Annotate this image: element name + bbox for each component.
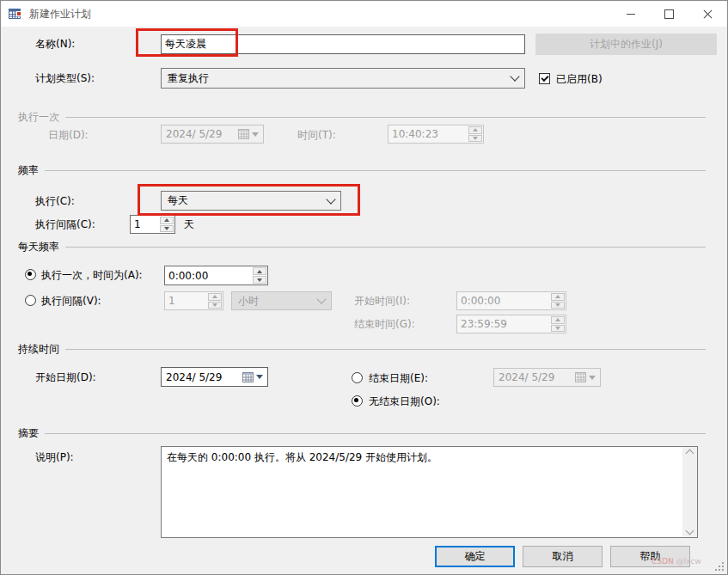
description-text: 在每天的 0:00:00 执行。将从 2024/5/29 开始使用计划。	[167, 450, 676, 464]
spin-down-icon	[257, 278, 262, 282]
enabled-label: 已启用(B)	[556, 73, 603, 85]
spin-down-icon	[555, 303, 560, 307]
occurs-once-label: 执行一次，时间为(A):	[41, 269, 143, 281]
spin-up-icon	[212, 295, 217, 298]
daily-end-time-spinner[interactable]: 23:59:59	[456, 315, 566, 333]
spinner-buttons	[550, 315, 566, 333]
group-divider	[65, 117, 706, 118]
spin-up-button[interactable]	[551, 316, 565, 324]
calendar-icon	[242, 372, 254, 382]
group-divider	[45, 433, 706, 434]
jobs-in-schedule-button[interactable]: 计划中的作业(J)	[535, 34, 717, 55]
group-divider	[65, 349, 706, 350]
spin-up-button[interactable]	[468, 126, 482, 134]
watermark-user: @lxcw	[676, 557, 701, 566]
chevron-down-icon	[326, 194, 335, 204]
description-label: 说明(P):	[35, 451, 74, 463]
maximize-button[interactable]	[650, 1, 688, 27]
dropdown-arrow-icon	[256, 375, 263, 379]
spin-down-button[interactable]	[208, 302, 222, 309]
end-date-label: 结束日期(E):	[369, 372, 428, 384]
no-end-date-label: 无结束日期(O):	[369, 395, 440, 407]
spin-down-icon	[555, 327, 560, 330]
end-date-value: 2024/ 5/29	[499, 371, 575, 383]
scroll-down-icon[interactable]	[686, 527, 694, 535]
summary-group: 摘要	[18, 427, 706, 439]
schedule-type-label: 计划类型(S):	[35, 72, 95, 84]
minimize-button[interactable]	[611, 1, 650, 27]
occurs-every-label: 执行间隔(V):	[41, 295, 101, 307]
scroll-up-icon[interactable]	[686, 450, 694, 458]
occurs-once-radio[interactable]	[25, 269, 36, 280]
spin-up-button[interactable]	[208, 293, 222, 301]
spin-up-button[interactable]	[253, 267, 266, 275]
name-label: 名称(N):	[35, 38, 75, 50]
spin-up-button[interactable]	[160, 217, 174, 224]
watermark-brand: CSDN	[652, 557, 674, 566]
occurs-every-unit-select[interactable]: 小时	[231, 291, 332, 310]
start-date-value: 2024/ 5/29	[166, 371, 242, 383]
recurs-interval-spinner[interactable]: 1	[130, 215, 175, 234]
one-time-date-picker[interactable]: 2024/ 5/29	[161, 125, 264, 144]
schedule-type-select[interactable]: 重复执行	[161, 68, 525, 89]
chevron-down-icon	[510, 71, 519, 81]
spin-down-button[interactable]	[253, 276, 266, 284]
spin-down-button[interactable]	[468, 135, 482, 143]
daily-start-time-value: 0:00:00	[457, 292, 550, 309]
one-time-time-value: 10:40:23	[388, 125, 468, 143]
spin-up-icon	[555, 295, 560, 298]
frequency-group: 频率	[18, 164, 706, 176]
enabled-checkbox[interactable]	[539, 73, 550, 84]
spin-up-button[interactable]	[551, 293, 565, 301]
no-end-date-radio[interactable]	[352, 395, 363, 407]
spin-down-icon	[473, 137, 478, 140]
occurs-every-value: 1	[165, 292, 207, 309]
end-date-radio[interactable]	[352, 372, 363, 383]
one-time-group-title: 执行一次	[18, 111, 59, 123]
spin-up-icon	[555, 318, 560, 321]
spin-down-button[interactable]	[551, 302, 565, 309]
one-time-group: 执行一次	[18, 111, 706, 123]
watermark: CSDN @lxcw	[652, 557, 701, 566]
one-time-date-label: 日期(D):	[48, 129, 89, 141]
close-button[interactable]	[688, 1, 727, 27]
group-divider	[45, 170, 706, 171]
occurs-value: 每天	[168, 193, 188, 208]
occurs-select[interactable]: 每天	[161, 191, 341, 211]
description-textbox[interactable]: 在每天的 0:00:00 执行。将从 2024/5/29 开始使用计划。	[161, 446, 698, 538]
spin-up-icon	[473, 128, 478, 132]
one-time-time-label: 时间(T):	[297, 129, 336, 141]
calendar-icon	[238, 129, 249, 139]
occurs-every-unit-value: 小时	[238, 294, 259, 309]
end-date-picker[interactable]: 2024/ 5/29	[493, 368, 601, 387]
schedule-grid-icon	[8, 7, 22, 21]
spin-down-icon	[164, 227, 169, 230]
daily-start-time-spinner[interactable]: 0:00:00	[456, 291, 566, 310]
occurs-every-radio[interactable]	[25, 295, 36, 306]
spinner-buttons	[468, 125, 483, 143]
spin-down-button[interactable]	[160, 225, 174, 233]
occurs-label: 执行(C):	[35, 195, 75, 207]
one-time-time-spinner[interactable]: 10:40:23	[388, 125, 484, 144]
ok-button[interactable]: 确定	[435, 546, 515, 567]
window-title: 新建作业计划	[29, 7, 91, 21]
vertical-scrollbar[interactable]	[682, 447, 697, 537]
daily-frequency-group: 每天频率	[18, 241, 706, 253]
resize-grip[interactable]	[715, 562, 725, 572]
spin-up-icon	[164, 218, 169, 222]
occurs-every-value-spinner[interactable]: 1	[164, 291, 223, 310]
dropdown-arrow-icon	[589, 376, 596, 380]
spinner-buttons	[207, 292, 223, 309]
summary-group-title: 摘要	[18, 427, 39, 439]
spin-down-button[interactable]	[551, 325, 565, 333]
spin-up-icon	[257, 270, 262, 273]
occurs-once-time-value: 0:00:00	[165, 266, 252, 284]
start-date-picker[interactable]: 2024/ 5/29	[161, 367, 268, 387]
cancel-button[interactable]: 取消	[523, 546, 603, 567]
minimize-icon	[627, 14, 635, 15]
schedule-type-value: 重复执行	[168, 71, 209, 86]
one-time-date-value: 2024/ 5/29	[166, 128, 238, 140]
occurs-once-time-spinner[interactable]: 0:00:00	[164, 266, 268, 285]
recurs-interval-value: 1	[131, 216, 159, 233]
name-input[interactable]	[161, 34, 525, 54]
